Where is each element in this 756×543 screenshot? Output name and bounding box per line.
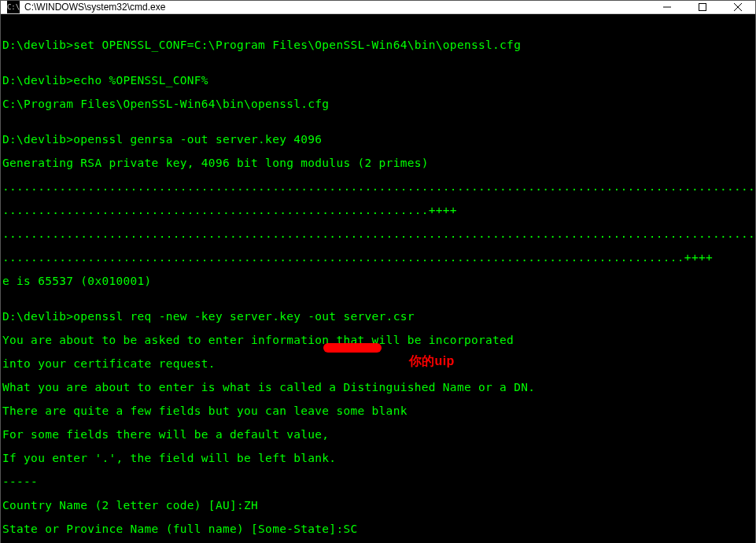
output-line: C:\Program Files\OpenSSL-Win64\bin\opens…	[2, 98, 755, 110]
output-line: D:\devlib>echo %OPENSSL_CONF%	[2, 75, 755, 87]
minimize-icon	[663, 3, 671, 11]
output-line: ........................................…	[2, 252, 755, 264]
output-line: State or Province Name (full name) [Some…	[2, 523, 755, 535]
output-line: into your certificate request.	[2, 358, 755, 370]
close-button[interactable]	[720, 1, 755, 13]
maximize-button[interactable]	[684, 1, 720, 13]
svg-rect-1	[699, 4, 706, 11]
output-line: Generating RSA private key, 4096 bit lon…	[2, 157, 755, 169]
window-controls	[649, 1, 755, 13]
output-line: ........................................…	[2, 228, 755, 240]
output-line: For some fields there will be a default …	[2, 429, 755, 441]
output-line: What you are about to enter is what is c…	[2, 382, 755, 393]
output-line: D:\devlib>openssl req -new -key server.k…	[2, 311, 755, 323]
output-line: D:\devlib>set OPENSSL_CONF=C:\Program Fi…	[2, 39, 755, 51]
titlebar[interactable]: C:\ C:\WINDOWS\system32\cmd.exe	[1, 1, 755, 14]
cmd-icon: C:\	[7, 1, 20, 13]
output-line: ........................................…	[2, 205, 755, 216]
output-line: If you enter '.', the field will be left…	[2, 452, 755, 464]
output-line: Country Name (2 letter code) [AU]:ZH	[2, 500, 755, 512]
close-icon	[734, 3, 742, 11]
cmd-icon-label: C:\	[7, 4, 20, 11]
output-line: There are quite a few fields but you can…	[2, 405, 755, 417]
output-line: e is 65537 (0x010001)	[2, 275, 755, 287]
window-title: C:\WINDOWS\system32\cmd.exe	[24, 2, 649, 13]
output-line: ........................................…	[2, 181, 755, 193]
cmd-window: C:\ C:\WINDOWS\system32\cmd.exe D:\devli…	[0, 0, 756, 543]
output-line: You are about to be asked to enter infor…	[2, 334, 755, 346]
output-line: D:\devlib>openssl genrsa -out server.key…	[2, 134, 755, 146]
minimize-button[interactable]	[649, 1, 684, 13]
maximize-icon	[699, 3, 706, 11]
terminal-output[interactable]: D:\devlib>set OPENSSL_CONF=C:\Program Fi…	[1, 14, 755, 543]
output-line: -----	[2, 476, 755, 488]
